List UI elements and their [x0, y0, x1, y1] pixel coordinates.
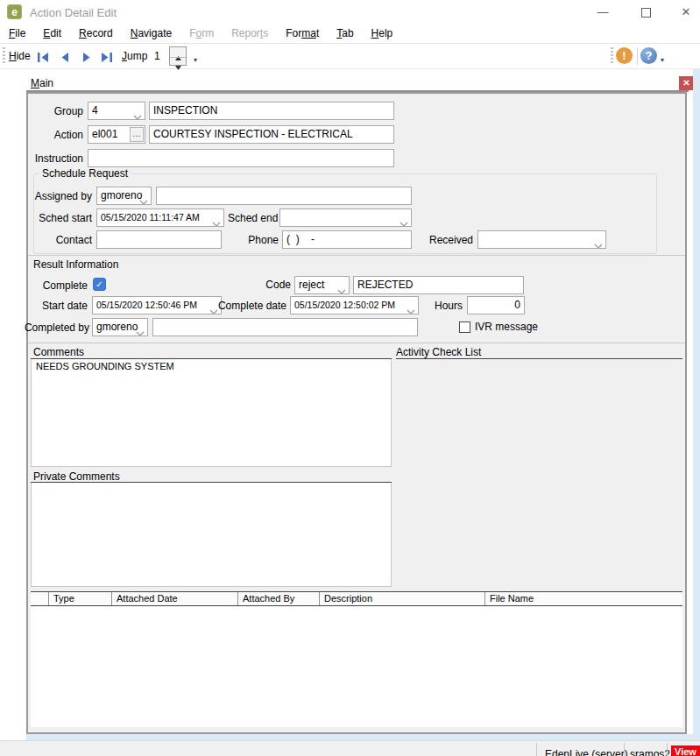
phone-label: Phone [245, 231, 279, 250]
action-name-field[interactable]: COURTESY INSPECTION - ELECTRICAL [149, 125, 394, 144]
last-record-button[interactable] [100, 51, 113, 62]
spinner-down-icon[interactable] [170, 57, 186, 67]
section-divider [28, 255, 685, 256]
completed-by-combobox[interactable]: gmoreno [92, 318, 148, 336]
contact-field[interactable] [96, 230, 222, 249]
column-header-selector[interactable] [31, 592, 48, 605]
app-icon: e [7, 4, 22, 19]
minimize-icon: — [597, 5, 609, 18]
sched-end-combobox[interactable] [279, 208, 412, 227]
warning-icon: ! [622, 49, 626, 62]
group-name-field[interactable]: INSPECTION [149, 102, 394, 120]
close-icon: ✕ [682, 5, 691, 18]
phone-field[interactable]: ( ) - [282, 230, 412, 249]
toolbar-separator [637, 47, 638, 65]
status-separator [624, 743, 625, 756]
assigned-by-combobox[interactable]: gmoreno [96, 187, 152, 205]
action-lookup-button[interactable]: … [130, 127, 144, 142]
completed-by-name-field[interactable] [152, 318, 418, 336]
next-record-button[interactable] [80, 51, 93, 62]
chevron-down-icon [407, 303, 415, 314]
complete-date-combobox[interactable]: 05/15/2020 12:50:02 PM [290, 296, 419, 314]
tab-main[interactable]: Main [31, 77, 53, 89]
menu-file[interactable]: File [0, 25, 34, 43]
complete-date-label: Complete date [217, 297, 286, 315]
start-date-label: Start date [25, 297, 88, 315]
ellipsis-icon: … [132, 129, 141, 138]
chevron-down-icon [133, 109, 142, 120]
chevron-down-icon [399, 215, 408, 227]
menu-record[interactable]: Record [70, 25, 122, 43]
toolbar-grip[interactable] [3, 47, 5, 65]
code-name-field[interactable]: REJECTED [353, 276, 524, 294]
chevron-down-icon [337, 283, 346, 294]
right-edge-strip [693, 69, 700, 740]
close-button[interactable]: ✕ [673, 0, 699, 25]
activity-check-list-area[interactable] [396, 359, 682, 467]
column-header-attached-date[interactable]: Attached Date [111, 592, 237, 605]
next-record-icon [80, 52, 93, 63]
chevron-down-icon [594, 237, 603, 249]
ivr-message-label: IVR message [475, 318, 538, 336]
hours-field[interactable]: 0 [467, 296, 525, 314]
toolbar: Hide Jump 1 ▾ ! ? ▾ [0, 44, 700, 69]
window-title: Action Detail Edit [30, 6, 117, 19]
comments-textarea[interactable]: NEEDS GROUNDING SYSTEM [31, 359, 392, 467]
column-header-type[interactable]: Type [48, 592, 111, 605]
first-record-button[interactable] [37, 51, 50, 62]
status-server: EdenLive (server) [545, 748, 628, 756]
warning-button[interactable]: ! [616, 47, 633, 64]
received-label: Received [426, 231, 473, 250]
complete-checkbox[interactable]: ✓ [93, 278, 106, 291]
spinner-up-icon[interactable] [170, 48, 186, 57]
private-comments-textarea[interactable] [31, 483, 392, 587]
menu-help[interactable]: Help [363, 25, 402, 43]
menu-format[interactable]: Format [277, 25, 328, 43]
ivr-message-checkbox[interactable] [459, 321, 470, 333]
bottom-edge-strip [26, 734, 700, 740]
toolbar-separator-dotted [611, 47, 613, 65]
menu-tab[interactable]: Tab [328, 25, 362, 43]
start-date-combobox[interactable]: 05/15/2020 12:50:46 PM [92, 296, 222, 314]
attachments-table-body[interactable] [31, 606, 682, 727]
group-label: Group [35, 102, 83, 121]
menu-navigate[interactable]: Navigate [122, 25, 180, 43]
maximize-button[interactable] [633, 0, 659, 25]
instruction-field[interactable] [88, 149, 394, 167]
sched-start-combobox[interactable]: 05/15/2020 11:11:47 AM [96, 208, 224, 227]
previous-record-button[interactable] [59, 51, 72, 62]
toolbar-overflow-icon[interactable]: ▾ [194, 56, 197, 64]
result-information-title: Result Information [33, 258, 118, 271]
help-button[interactable]: ? [640, 47, 657, 64]
status-bar: EdenLive (server) sramos2 View [0, 740, 700, 756]
maximize-icon [641, 8, 651, 18]
column-header-attached-by[interactable]: Attached By [237, 592, 319, 605]
jump-value[interactable]: 1 [154, 50, 160, 62]
activity-check-list-title: Activity Check List [396, 346, 481, 358]
help-icon: ? [646, 49, 653, 62]
assigned-by-label: Assigned by [25, 187, 92, 206]
menu-edit[interactable]: Edit [34, 25, 70, 43]
assigned-by-name-field[interactable] [156, 187, 412, 205]
hide-button[interactable]: Hide [9, 50, 31, 62]
sched-end-label: Sched end [228, 209, 275, 228]
jump-spinner[interactable] [169, 46, 187, 66]
status-user: sramos2 [630, 748, 670, 756]
column-header-description[interactable]: Description [319, 592, 484, 605]
received-combobox[interactable] [477, 230, 606, 249]
group-combobox[interactable]: 4 [88, 102, 145, 120]
column-header-file-name[interactable]: File Name [484, 592, 682, 605]
help-overflow-icon[interactable]: ▾ [661, 56, 664, 64]
tab-close-button[interactable]: ✕ [679, 76, 694, 90]
menu-reports: Reports [223, 25, 277, 43]
code-combobox[interactable]: reject [294, 276, 350, 294]
previous-record-icon [59, 52, 72, 63]
status-separator [536, 743, 537, 756]
action-code-field[interactable]: el001… [88, 125, 145, 144]
first-record-icon [37, 52, 50, 63]
app-window: e Action Detail Edit — ✕ File Edit Recor… [0, 0, 700, 756]
minimize-button[interactable]: — [590, 0, 616, 25]
status-separator [667, 743, 668, 756]
schedule-request-title: Schedule Request [39, 167, 131, 180]
code-label: Code [261, 276, 291, 294]
